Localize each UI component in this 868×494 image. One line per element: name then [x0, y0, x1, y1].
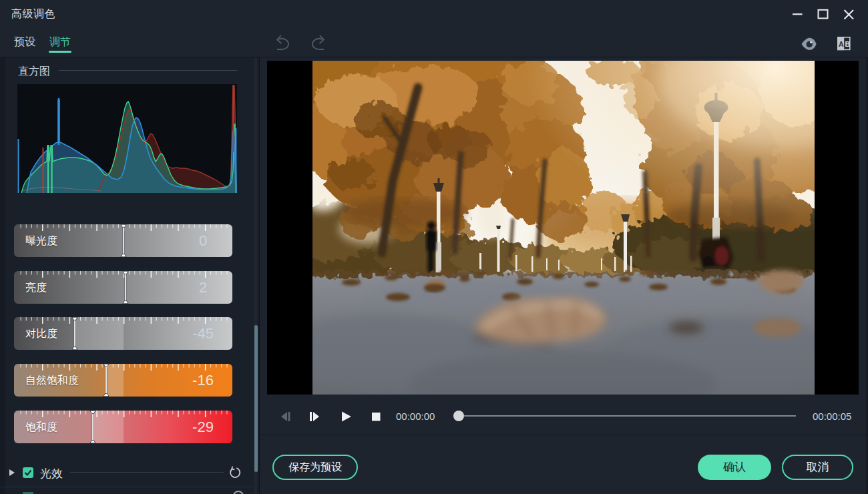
svg-text:B: B [845, 40, 851, 48]
svg-text:A: A [839, 40, 844, 48]
